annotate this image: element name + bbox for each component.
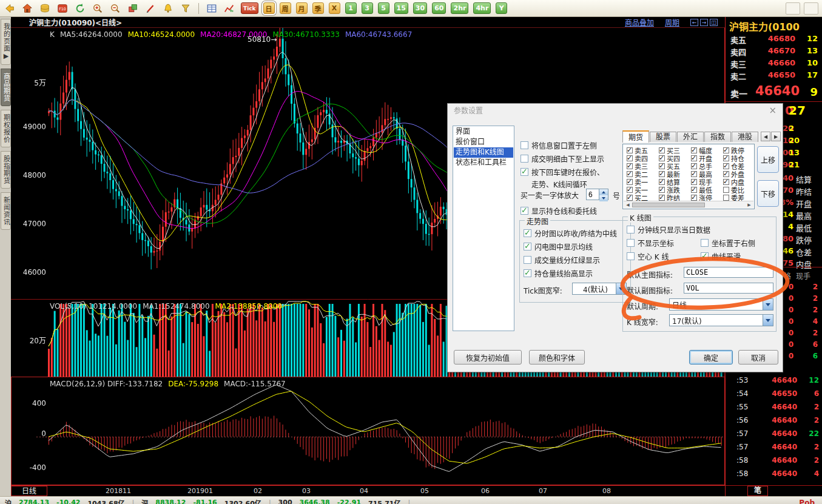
checkbox-icon[interactable] bbox=[723, 155, 729, 161]
checkbox-icon[interactable] bbox=[691, 179, 697, 185]
move-up-button[interactable]: 上移 bbox=[757, 146, 779, 173]
draw-icon[interactable] bbox=[144, 2, 157, 15]
tick-list-tab[interactable]: 笔 bbox=[747, 486, 768, 496]
checkbox-icon[interactable] bbox=[701, 239, 709, 247]
trend-option[interactable]: 分时图以昨收/昨结为中线 bbox=[524, 228, 617, 238]
period-button-4hr[interactable]: 4hr bbox=[473, 2, 491, 14]
split-window-icon[interactable]: ◫ bbox=[710, 19, 718, 26]
period-button-30[interactable]: 30 bbox=[413, 2, 427, 14]
sidebar-tab[interactable]: 新闻资讯 bbox=[1, 192, 11, 230]
checkbox-icon[interactable] bbox=[723, 163, 729, 169]
checkbox-icon[interactable] bbox=[691, 171, 697, 177]
kline-option[interactable]: 不显示坐标 bbox=[627, 238, 674, 248]
filter-icon[interactable] bbox=[180, 2, 192, 15]
period-button-2hr[interactable]: 2hr bbox=[451, 2, 468, 14]
toolbar-extra-button[interactable] bbox=[786, 2, 800, 15]
checkbox-icon[interactable] bbox=[520, 168, 528, 176]
scrollbar-thumb[interactable] bbox=[632, 203, 705, 207]
checkbox-icon[interactable] bbox=[627, 155, 633, 161]
checkbox-icon[interactable] bbox=[701, 252, 709, 260]
sidebar-tab[interactable]: 商品期货 bbox=[1, 69, 11, 106]
checkbox-icon[interactable] bbox=[659, 147, 665, 153]
period-button-1[interactable]: 1 bbox=[345, 2, 357, 14]
overlay-commodity-link[interactable]: 商品叠加 bbox=[625, 17, 654, 27]
settings-nav-item[interactable]: 报价窗口 bbox=[454, 137, 513, 147]
scroll-right-icon[interactable]: ▶ bbox=[746, 202, 753, 208]
checkbox-icon[interactable] bbox=[524, 256, 531, 264]
sub-indicator-input[interactable] bbox=[684, 283, 773, 294]
settings-nav-item[interactable]: 界面 bbox=[454, 127, 513, 137]
trend-option[interactable]: 持仓量线抬高显示 bbox=[524, 268, 593, 278]
checkbox-icon[interactable] bbox=[691, 147, 697, 153]
refresh-icon[interactable] bbox=[74, 2, 86, 15]
period-button-Tick[interactable]: Tick bbox=[241, 2, 258, 14]
kline-option[interactable]: 分钟线只显示当日数据 bbox=[627, 224, 710, 235]
checkbox-icon[interactable] bbox=[659, 155, 665, 161]
period-button-周[interactable]: 周 bbox=[280, 2, 291, 14]
trend-option[interactable]: 成交量线分红绿显示 bbox=[524, 255, 600, 265]
stepper-down-icon[interactable] bbox=[599, 195, 608, 201]
grid-scrollbar[interactable]: ◀ ▶ bbox=[624, 201, 753, 208]
period-button-Y[interactable]: Y bbox=[496, 2, 507, 14]
settings-nav-item[interactable]: 状态栏和工具栏 bbox=[454, 158, 513, 168]
alert-icon[interactable] bbox=[162, 2, 174, 15]
checkbox-icon[interactable] bbox=[723, 195, 729, 201]
checkbox-icon[interactable] bbox=[627, 163, 633, 169]
checkbox-icon[interactable] bbox=[691, 155, 697, 161]
back-icon[interactable] bbox=[4, 2, 16, 15]
checkbox-icon[interactable] bbox=[691, 195, 697, 201]
kline-option[interactable]: 空心 K 线 bbox=[627, 251, 669, 261]
reset-button[interactable]: 恢复为初始值 bbox=[454, 350, 522, 365]
zoom-in-icon[interactable] bbox=[92, 2, 104, 15]
period-button-3[interactable]: 3 bbox=[362, 2, 373, 14]
chevron-down-icon[interactable] bbox=[763, 315, 773, 326]
checkbox-icon[interactable] bbox=[627, 195, 633, 201]
trend-option[interactable]: 闪电图中显示均线 bbox=[524, 241, 593, 252]
tab-scroll-right-icon[interactable]: ▶ bbox=[771, 132, 781, 141]
font-zoom-input[interactable] bbox=[586, 189, 599, 200]
market-tab-港股[interactable]: 港股 bbox=[732, 132, 758, 142]
market-tab-外汇[interactable]: 外汇 bbox=[677, 132, 704, 142]
kline-option[interactable]: 坐标置于右侧 bbox=[701, 238, 755, 248]
checkbox-icon[interactable] bbox=[520, 207, 528, 215]
default-period-select[interactable]: 日线 bbox=[669, 298, 773, 311]
checkbox-icon[interactable] bbox=[659, 187, 665, 193]
sidebar-tab[interactable]: 股指期货 bbox=[1, 151, 11, 189]
trend-chart-icon[interactable] bbox=[223, 2, 235, 15]
checkbox-icon[interactable] bbox=[627, 252, 635, 260]
overlay-icon[interactable] bbox=[127, 2, 139, 15]
general-option[interactable]: 按下回车键时在报价、 bbox=[520, 167, 604, 177]
fund-icon[interactable] bbox=[39, 2, 51, 15]
checkbox-icon[interactable] bbox=[524, 243, 531, 250]
general-option[interactable]: 将信息窗口置于左侧 bbox=[520, 140, 597, 150]
main-indicator-input[interactable] bbox=[684, 267, 773, 278]
checkbox-icon[interactable] bbox=[524, 269, 531, 277]
period-button-X[interactable]: X bbox=[329, 2, 340, 14]
checkbox-icon[interactable] bbox=[659, 171, 665, 177]
period-button-月[interactable]: 月 bbox=[296, 2, 308, 14]
market-tab-期货[interactable]: 期货 bbox=[622, 130, 649, 143]
period-button-日[interactable]: 日 bbox=[263, 2, 275, 14]
f10-icon[interactable]: F10 bbox=[56, 2, 69, 15]
cancel-button[interactable]: 取消 bbox=[738, 350, 778, 365]
checkbox-icon[interactable] bbox=[691, 187, 697, 193]
kline-option[interactable]: 曲线平滑 bbox=[701, 251, 741, 261]
period-button-5[interactable]: 5 bbox=[378, 2, 389, 14]
sidebar-tab[interactable]: 我的页面▶ bbox=[1, 19, 11, 65]
checkbox-icon[interactable] bbox=[723, 147, 729, 153]
close-icon[interactable]: × bbox=[769, 106, 777, 115]
tab-scroll-left-icon[interactable]: ◀ bbox=[761, 132, 770, 141]
tick-width-select[interactable]: 4(默认) bbox=[572, 283, 627, 295]
checkbox-icon[interactable] bbox=[659, 179, 665, 185]
checkbox-icon[interactable] bbox=[627, 239, 635, 247]
checkbox-icon[interactable] bbox=[659, 163, 665, 169]
market-tab-股票[interactable]: 股票 bbox=[650, 132, 676, 142]
general-option[interactable]: 成交明细由下至上显示 bbox=[520, 153, 604, 164]
prev-window-icon[interactable]: ← bbox=[690, 19, 698, 26]
chevron-down-icon[interactable] bbox=[763, 299, 773, 310]
period-button-季[interactable]: 季 bbox=[312, 2, 324, 14]
scroll-left-icon[interactable]: ◀ bbox=[624, 202, 632, 208]
settings-nav-item[interactable]: 走势图和K线图 bbox=[454, 147, 513, 158]
checkbox-icon[interactable] bbox=[627, 147, 633, 153]
home-icon[interactable] bbox=[21, 2, 33, 15]
